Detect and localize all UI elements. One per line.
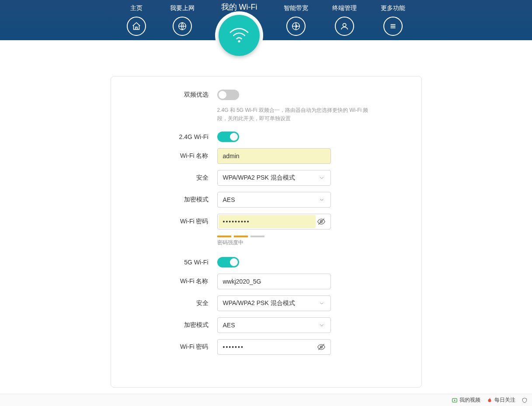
dualband-label: 双频优选 <box>144 91 217 99</box>
encryption-label-24: 加密模式 <box>144 196 217 204</box>
band5-toggle[interactable] <box>217 257 239 267</box>
wifi-name-label-24: Wi-Fi 名称 <box>144 152 217 160</box>
nav-bandwidth-label: 智能带宽 <box>284 4 308 12</box>
password-strength-label: 密码强度中 <box>217 239 389 246</box>
nav-devices-label: 终端管理 <box>332 4 357 12</box>
svg-point-3 <box>343 24 346 27</box>
browser-bottom-bar: 我的视频 每日关注 <box>0 394 532 406</box>
row-dualband: 双频优选 <box>144 90 389 100</box>
security-label-5: 安全 <box>144 299 217 307</box>
password-label-5: Wi-Fi 密码 <box>144 343 217 351</box>
row-24-security: 安全 WPA/WPA2 PSK 混合模式 <box>144 170 389 186</box>
wifi-name-field-5[interactable] <box>223 274 325 289</box>
password-strength-bar <box>217 236 389 237</box>
chevron-down-icon <box>318 300 325 307</box>
password-field-5[interactable] <box>223 340 311 354</box>
settings-card: 双频优选 2.4G 和 5G Wi-Fi 双频合一，路由器自动为您选择更快的 W… <box>111 76 422 388</box>
row-5-password: Wi-Fi 密码 <box>144 339 389 355</box>
security-value-5: WPA/WPA2 PSK 混合模式 <box>223 299 295 307</box>
nav-internet[interactable]: 我要上网 <box>170 4 195 36</box>
security-select-5[interactable]: WPA/WPA2 PSK 混合模式 <box>217 295 331 311</box>
svg-marker-12 <box>454 399 456 401</box>
row-5-name: Wi-Fi 名称 <box>144 274 389 289</box>
globe-icon <box>173 17 192 36</box>
encryption-select-5[interactable]: AES <box>217 317 331 333</box>
row-24-password: Wi-Fi 密码 <box>144 214 389 229</box>
row-24g: 2.4G Wi-Fi <box>144 132 389 142</box>
encryption-value-24: AES <box>223 196 235 203</box>
wifi-form: 双频优选 2.4G 和 5G Wi-Fi 双频合一，路由器自动为您选择更快的 W… <box>144 90 389 355</box>
nav-more[interactable]: 更多功能 <box>381 4 405 36</box>
wifi-name-input-5[interactable] <box>217 274 331 289</box>
user-icon <box>335 17 354 36</box>
encryption-label-5: 加密模式 <box>144 321 217 329</box>
nav-bandwidth[interactable]: 智能带宽 <box>284 4 308 36</box>
band24-toggle[interactable] <box>217 132 239 142</box>
play-icon <box>452 397 458 403</box>
menu-icon <box>383 17 403 36</box>
row-5-security: 安全 WPA/WPA2 PSK 混合模式 <box>144 295 389 311</box>
chevron-down-icon <box>318 174 325 181</box>
nav-wifi-label: 我的 Wi-Fi <box>221 2 257 12</box>
bottom-video[interactable]: 我的视频 <box>452 396 480 404</box>
row-5g: 5G Wi-Fi <box>144 257 389 267</box>
band5-label: 5G Wi-Fi <box>144 259 217 266</box>
encryption-select-24[interactable]: AES <box>217 192 331 208</box>
eye-off-icon[interactable] <box>316 216 327 227</box>
nav-devices[interactable]: 终端管理 <box>332 4 357 36</box>
security-value-24: WPA/WPA2 PSK 混合模式 <box>223 174 295 182</box>
nav-internet-label: 我要上网 <box>170 4 195 12</box>
row-5-encryption: 加密模式 AES <box>144 317 389 333</box>
wifi-name-input-24[interactable] <box>217 148 331 164</box>
flame-icon <box>487 397 493 403</box>
dualband-hint: 2.4G 和 5G Wi-Fi 双频合一，路由器自动为您选择更快的 Wi-Fi … <box>217 106 375 123</box>
dualband-toggle[interactable] <box>217 90 239 100</box>
security-label-24: 安全 <box>144 174 217 182</box>
wifi-icon <box>219 15 260 56</box>
row-24-encryption: 加密模式 AES <box>144 192 389 208</box>
band24-label: 2.4G Wi-Fi <box>144 133 217 140</box>
encryption-value-5: AES <box>223 322 235 329</box>
wifi-name-field-24[interactable] <box>223 149 325 163</box>
home-icon <box>127 17 146 36</box>
wifi-name-label-5: Wi-Fi 名称 <box>144 278 217 285</box>
speed-icon <box>286 17 306 36</box>
eye-off-icon[interactable] <box>316 341 327 353</box>
bottom-shield[interactable] <box>522 397 528 403</box>
row-24-name: Wi-Fi 名称 <box>144 148 389 164</box>
chevron-down-icon <box>318 322 325 329</box>
nav-more-label: 更多功能 <box>381 4 405 12</box>
top-nav: 主页 我要上网 我的 Wi-Fi 智能带宽 <box>0 0 532 40</box>
chevron-down-icon <box>318 196 325 203</box>
shield-icon <box>522 397 528 403</box>
password-input-5[interactable] <box>217 339 331 355</box>
nav-list: 主页 我要上网 我的 Wi-Fi 智能带宽 <box>127 4 405 56</box>
svg-point-1 <box>238 40 240 42</box>
password-field-24[interactable] <box>223 215 311 228</box>
nav-home-label: 主页 <box>130 4 143 12</box>
bottom-daily-label: 每日关注 <box>494 396 515 404</box>
bottom-daily[interactable]: 每日关注 <box>487 396 515 404</box>
security-select-24[interactable]: WPA/WPA2 PSK 混合模式 <box>217 170 331 186</box>
password-label-24: Wi-Fi 密码 <box>144 218 217 226</box>
password-input-24[interactable] <box>217 214 331 229</box>
nav-wifi[interactable]: 我的 Wi-Fi <box>219 2 260 56</box>
bottom-video-label: 我的视频 <box>459 396 480 404</box>
nav-home[interactable]: 主页 <box>127 4 146 36</box>
